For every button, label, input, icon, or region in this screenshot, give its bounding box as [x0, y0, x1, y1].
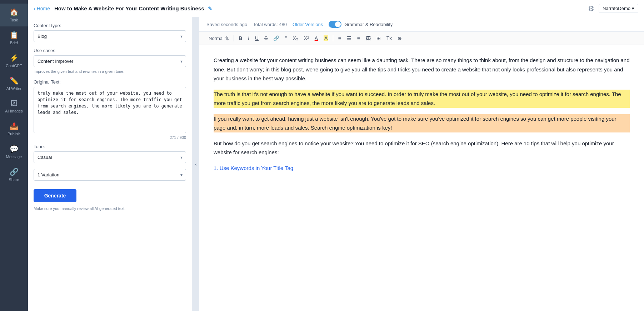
style-chevron-icon: ⇅: [225, 36, 229, 41]
quote-button[interactable]: ": [283, 34, 289, 42]
original-text-wrapper: truly make the most out of your website,…: [34, 87, 186, 135]
original-text-input[interactable]: truly make the most out of your website,…: [34, 87, 186, 133]
sidebar-item-label: ChatGPT: [6, 64, 22, 68]
font-color-button[interactable]: A: [313, 34, 320, 42]
page-title: How to Make A Website For Your Content W…: [54, 5, 588, 11]
align-button[interactable]: ≡: [355, 34, 362, 42]
grammar-toggle[interactable]: [329, 21, 341, 28]
text-style-select[interactable]: Normal ⇅: [206, 34, 231, 42]
align-icon: ≡: [357, 35, 360, 41]
back-home-link[interactable]: ‹ Home: [34, 6, 50, 11]
variation-wrapper: 1 Variation 2 Variations 3 Variations ▾: [34, 169, 186, 181]
sidebar-item-chatgpt[interactable]: ⚡ ChatGPT: [0, 49, 28, 72]
link-icon: 🔗: [273, 35, 279, 41]
image-button[interactable]: 🖼: [364, 34, 373, 42]
brief-icon: 📋: [10, 31, 19, 39]
edit-title-icon[interactable]: ✎: [208, 6, 212, 11]
ai-disclaimer: Make sure you manually review all AI gen…: [34, 206, 186, 211]
image-icon: 🖼: [366, 35, 371, 41]
char-count: 271 / 900: [34, 135, 186, 140]
toolbar-separator: [234, 35, 234, 41]
unordered-list-icon: ☰: [347, 35, 351, 41]
strikethrough-button[interactable]: S: [262, 34, 270, 42]
account-button[interactable]: NarratoDemo ▾: [599, 4, 638, 13]
chatgpt-icon: ⚡: [10, 54, 19, 62]
sidebar-item-message[interactable]: 💬 Message: [0, 140, 28, 163]
sidebar-item-brief[interactable]: 📋 Brief: [0, 26, 28, 49]
content-type-wrapper: Blog Article Social Post ▾: [34, 30, 186, 42]
message-icon: 💬: [10, 145, 19, 153]
back-home-label: Home: [37, 6, 50, 11]
sidebar-item-label: Message: [6, 155, 22, 159]
collapse-panel-button[interactable]: ‹: [192, 17, 199, 311]
paragraph-2: The truth is that it's not enough to hav…: [214, 90, 630, 108]
editor-panel: Saved seconds ago Total words: 480 Older…: [199, 17, 644, 311]
paragraph-1: Creating a website for your content writ…: [214, 56, 630, 83]
add-block-button[interactable]: ⊕: [395, 34, 404, 42]
publish-icon: 📤: [10, 122, 19, 130]
underline-icon: U: [255, 35, 259, 41]
sidebar-item-share[interactable]: 🔗 Share: [0, 163, 28, 186]
grammar-label: Grammar & Readability: [344, 22, 393, 27]
highlight-icon: A: [324, 35, 328, 41]
settings-button[interactable]: ⚙: [588, 4, 594, 13]
chevron-down-icon: ▾: [632, 6, 634, 11]
sidebar-item-label: AI Images: [5, 109, 23, 113]
italic-icon: I: [248, 35, 249, 41]
main-wrapper: ‹ Home How to Make A Website For Your Co…: [28, 0, 644, 311]
clear-format-button[interactable]: Tx: [384, 34, 394, 42]
strikethrough-icon: S: [264, 35, 268, 41]
tone-select[interactable]: Casual Formal Friendly Professional: [34, 151, 186, 163]
highlight-button[interactable]: A: [321, 34, 330, 42]
task-icon: 🏠: [10, 8, 19, 16]
older-versions-link[interactable]: Older Versions: [293, 22, 323, 27]
total-words: Total words: 480: [253, 22, 287, 27]
underline-button[interactable]: U: [253, 34, 261, 42]
chevron-left-icon: ‹: [34, 6, 35, 11]
link-button[interactable]: 🔗: [271, 34, 281, 42]
bold-button[interactable]: B: [236, 34, 244, 42]
ordered-list-button[interactable]: ≡: [336, 34, 343, 42]
subscript-icon: X₂: [293, 35, 298, 41]
sidebar-item-label: Brief: [10, 41, 18, 45]
editor-meta: Saved seconds ago Total words: 480 Older…: [199, 17, 644, 32]
generate-button[interactable]: Generate: [34, 189, 76, 202]
use-case-description: Improves the given text and rewrites in …: [34, 69, 186, 74]
superscript-button[interactable]: X²: [302, 34, 311, 42]
paragraph-3: If you really want to get ahead, having …: [214, 114, 630, 132]
variation-select[interactable]: 1 Variation 2 Variations 3 Variations: [34, 169, 186, 181]
sidebar-item-label: AI Writer: [6, 86, 22, 91]
editor-toolbar: Normal ⇅ B I U S 🔗 " X₂ X² A A ≡ ☰ ≡ 🖼 ⊞: [199, 32, 644, 45]
top-header: ‹ Home How to Make A Website For Your Co…: [28, 0, 644, 17]
share-icon: 🔗: [10, 167, 19, 176]
editor-content[interactable]: Creating a website for your content writ…: [199, 45, 644, 311]
subscript-button[interactable]: X₂: [290, 34, 300, 42]
sidebar: 🏠 Task 📋 Brief ⚡ ChatGPT ✏️ AI Writer 🖼 …: [0, 0, 28, 311]
ordered-list-icon: ≡: [338, 35, 341, 41]
left-panel: Content type: Blog Article Social Post ▾…: [28, 17, 192, 311]
toolbar-separator: [333, 35, 333, 41]
clear-icon: Tx: [386, 35, 392, 41]
italic-button[interactable]: I: [246, 34, 251, 42]
text-style-label: Normal: [209, 36, 224, 41]
original-text-label: Original Text:: [34, 79, 186, 85]
ai-images-icon: 🖼: [10, 99, 18, 107]
content-type-select[interactable]: Blog Article Social Post: [34, 30, 186, 42]
font-color-icon: A: [315, 35, 318, 41]
add-icon: ⊕: [398, 35, 402, 41]
sidebar-item-task[interactable]: 🏠 Task: [0, 4, 28, 26]
numbered-item-1: 1. Use Keywords in Your Title Tag: [214, 164, 630, 173]
quote-icon: ": [285, 35, 287, 41]
sidebar-item-ai-writer[interactable]: ✏️ AI Writer: [0, 72, 28, 95]
collapse-icon: ‹: [195, 161, 197, 167]
unordered-list-button[interactable]: ☰: [345, 34, 354, 42]
tone-label: Tone:: [34, 144, 186, 149]
use-cases-select[interactable]: Content Improver Paraphrase Summarize: [34, 55, 186, 67]
sidebar-item-publish[interactable]: 📤 Publish: [0, 117, 28, 140]
sidebar-item-ai-images[interactable]: 🖼 AI Images: [0, 95, 28, 117]
bold-icon: B: [239, 35, 242, 41]
use-cases-label: Use cases:: [34, 48, 186, 53]
table-button[interactable]: ⊞: [374, 34, 383, 42]
account-label: NarratoDemo: [603, 6, 630, 11]
tone-wrapper: Casual Formal Friendly Professional ▾: [34, 151, 186, 163]
